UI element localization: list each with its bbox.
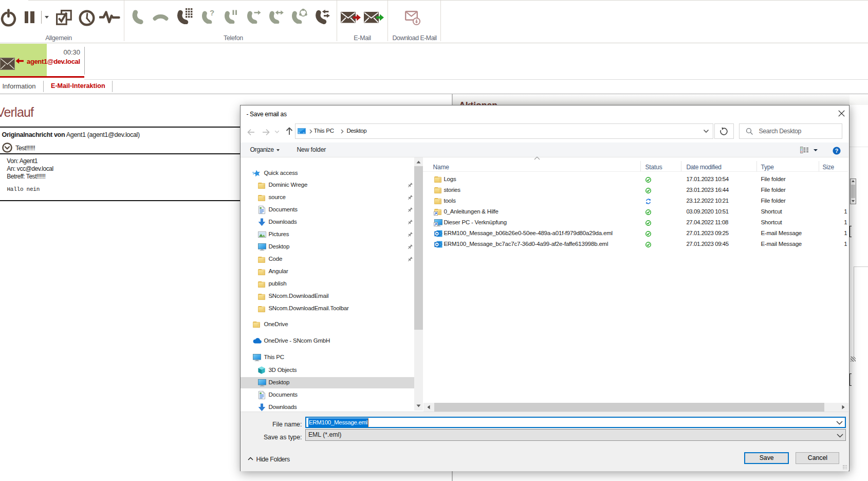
svg-text:?: ?: [835, 147, 838, 153]
svg-text:?: ?: [210, 9, 214, 17]
